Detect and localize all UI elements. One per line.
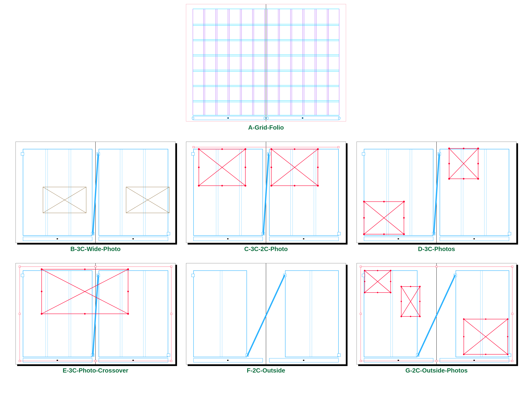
svg-point-265 [419, 316, 421, 317]
svg-point-145 [363, 201, 365, 203]
svg-point-160 [477, 163, 479, 165]
master-cell-B: B-3C-Wide-Photo [16, 142, 175, 252]
svg-point-267 [410, 316, 411, 317]
svg-point-152 [403, 217, 405, 219]
svg-point-113 [317, 185, 319, 187]
gallery-row-2: E-3C-Photo-Crossover [4, 263, 528, 374]
svg-rect-48 [338, 117, 340, 119]
svg-point-260 [364, 281, 365, 282]
svg-point-114 [294, 148, 295, 150]
master-spread-F[interactable] [186, 263, 346, 364]
svg-point-150 [383, 233, 385, 235]
svg-point-274 [485, 318, 486, 320]
svg-rect-222 [303, 360, 304, 361]
svg-rect-190 [171, 313, 172, 315]
svg-point-257 [390, 292, 391, 293]
svg-point-159 [448, 163, 450, 165]
svg-point-106 [221, 148, 223, 150]
svg-rect-44 [302, 117, 303, 119]
svg-point-201 [127, 291, 129, 292]
svg-rect-45 [192, 117, 194, 119]
master-cell-G: G-2C-Outside-Photos [357, 263, 516, 374]
svg-point-107 [221, 185, 223, 187]
svg-rect-239 [360, 360, 361, 362]
svg-rect-234 [508, 354, 511, 357]
svg-rect-240 [511, 360, 513, 362]
svg-point-254 [364, 270, 366, 271]
master-spread-E[interactable] [16, 263, 175, 364]
master-label-F: F-2C-Outside [247, 367, 285, 374]
svg-point-268 [401, 301, 402, 302]
svg-point-103 [244, 148, 246, 150]
svg-rect-241 [436, 266, 437, 267]
svg-point-115 [294, 185, 295, 187]
svg-point-200 [41, 291, 42, 292]
svg-rect-74 [57, 238, 58, 239]
svg-rect-43 [227, 117, 229, 119]
svg-rect-281 [473, 360, 475, 361]
master-spread-A[interactable] [186, 4, 346, 121]
svg-point-256 [364, 292, 366, 293]
svg-rect-61 [21, 153, 24, 155]
svg-point-195 [127, 268, 129, 270]
master-label-E: E-3C-Photo-Crossover [63, 367, 128, 374]
svg-point-146 [403, 201, 405, 203]
svg-point-198 [84, 269, 86, 270]
master-cell-D: D-3C-Photos [357, 142, 516, 252]
master-cell-A: A-Grid-Folio [186, 4, 346, 131]
svg-point-116 [271, 166, 272, 168]
svg-rect-242 [436, 360, 437, 362]
svg-rect-185 [19, 360, 21, 362]
svg-rect-95 [338, 146, 339, 148]
svg-rect-204 [57, 360, 58, 361]
svg-point-255 [390, 270, 391, 271]
gallery-row-0: A-Grid-Folio [4, 4, 528, 131]
svg-rect-46 [264, 117, 266, 119]
svg-rect-187 [95, 266, 96, 267]
master-spread-D[interactable] [357, 142, 516, 243]
gallery-row-1: B-3C-Wide-Photo [4, 142, 528, 252]
svg-rect-180 [167, 354, 170, 357]
svg-point-147 [363, 233, 365, 235]
master-label-G: G-2C-Outside-Photos [405, 367, 468, 374]
svg-point-155 [448, 178, 450, 180]
svg-rect-177 [21, 274, 24, 277]
master-spread-C[interactable] [186, 142, 346, 243]
svg-point-104 [198, 185, 200, 187]
svg-rect-94 [193, 146, 194, 148]
svg-rect-205 [133, 360, 134, 361]
svg-rect-64 [167, 232, 170, 235]
master-spread-B[interactable] [16, 142, 175, 243]
svg-point-117 [317, 166, 319, 168]
svg-rect-91 [338, 232, 340, 235]
svg-point-111 [317, 148, 319, 150]
master-cell-E: E-3C-Photo-Crossover [16, 263, 175, 374]
svg-rect-189 [19, 313, 21, 315]
master-cell-C: C-3C-2C-Photo [186, 142, 346, 252]
svg-rect-238 [511, 266, 513, 267]
svg-point-109 [244, 166, 246, 168]
svg-rect-164 [473, 238, 475, 239]
svg-point-157 [463, 148, 465, 149]
svg-rect-217 [338, 354, 340, 357]
svg-point-102 [198, 148, 200, 150]
svg-point-258 [377, 270, 378, 271]
svg-rect-243 [360, 313, 361, 315]
svg-rect-137 [508, 232, 511, 235]
svg-point-148 [403, 233, 405, 235]
svg-point-277 [507, 336, 508, 337]
master-spread-G[interactable] [357, 263, 516, 364]
svg-rect-214 [192, 274, 194, 277]
master-pages-gallery: A-Grid-Folio [4, 4, 528, 374]
svg-point-269 [419, 301, 421, 302]
svg-point-112 [270, 185, 272, 187]
svg-rect-244 [511, 313, 513, 315]
svg-rect-88 [192, 153, 194, 155]
svg-point-261 [390, 281, 391, 282]
svg-point-158 [463, 178, 465, 180]
svg-point-110 [270, 148, 272, 150]
svg-point-276 [463, 336, 465, 337]
svg-point-199 [84, 313, 86, 315]
master-label-D: D-3C-Photos [418, 245, 455, 252]
svg-point-149 [383, 201, 385, 203]
